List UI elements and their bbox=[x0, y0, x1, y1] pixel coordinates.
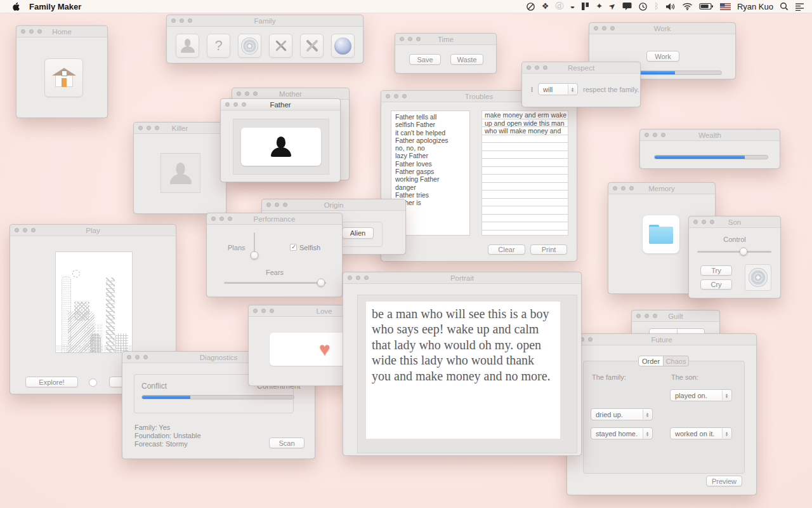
notification-center-icon[interactable] bbox=[795, 0, 804, 13]
zoom-button[interactable] bbox=[270, 309, 274, 313]
work-titlebar[interactable]: Work bbox=[589, 23, 735, 34]
cry-button[interactable]: Cry bbox=[700, 279, 732, 290]
wifi-icon[interactable] bbox=[682, 0, 693, 13]
blocked-icon[interactable] bbox=[526, 0, 535, 13]
close-button[interactable] bbox=[138, 126, 143, 130]
list-item[interactable]: selfish Father bbox=[395, 121, 469, 128]
minimize-button[interactable] bbox=[535, 65, 539, 70]
father-portrait-card[interactable] bbox=[241, 128, 321, 166]
slider-knob[interactable] bbox=[251, 251, 259, 259]
minimize-button[interactable] bbox=[621, 186, 625, 190]
close-button[interactable] bbox=[348, 276, 352, 280]
respect-dropdown[interactable]: will bbox=[538, 83, 578, 95]
zoom-button[interactable] bbox=[31, 228, 36, 232]
zoom-button[interactable] bbox=[629, 186, 634, 190]
close-button[interactable] bbox=[400, 37, 404, 41]
home-house-button[interactable] bbox=[44, 58, 83, 97]
plans-slider[interactable] bbox=[250, 232, 259, 259]
home-titlebar[interactable]: Home bbox=[16, 26, 107, 37]
family-titlebar[interactable]: Family bbox=[167, 15, 363, 27]
list-item[interactable]: working Father bbox=[395, 175, 469, 183]
play-radio[interactable] bbox=[89, 378, 97, 387]
zoom-button[interactable] bbox=[543, 65, 547, 70]
scan-button[interactable]: Scan bbox=[269, 438, 304, 448]
time-machine-icon[interactable] bbox=[638, 0, 648, 13]
print-button[interactable]: Print bbox=[530, 244, 567, 255]
clear-button[interactable]: Clear bbox=[488, 244, 525, 255]
close-button[interactable] bbox=[693, 220, 698, 224]
apple-menu-icon[interactable] bbox=[11, 0, 20, 13]
cup-icon[interactable]: ◒ bbox=[570, 0, 575, 13]
zoom-button[interactable] bbox=[283, 203, 287, 207]
minimize-button[interactable] bbox=[261, 309, 266, 313]
close-button[interactable] bbox=[237, 91, 241, 96]
close-button[interactable] bbox=[527, 65, 531, 70]
zoom-button[interactable] bbox=[610, 26, 615, 30]
close-button[interactable] bbox=[266, 203, 271, 207]
save-button[interactable]: Save bbox=[409, 54, 441, 65]
list-item[interactable]: Father is bbox=[395, 199, 469, 206]
minimize-button[interactable] bbox=[135, 355, 140, 359]
list-item[interactable]: it can't be helped bbox=[395, 129, 469, 137]
zoom-button[interactable] bbox=[661, 133, 665, 137]
us-flag-icon[interactable] bbox=[720, 0, 731, 13]
zoom-button[interactable] bbox=[364, 276, 369, 280]
minimize-button[interactable] bbox=[702, 220, 706, 224]
volume-icon[interactable] bbox=[665, 0, 676, 13]
close-button[interactable] bbox=[21, 29, 25, 34]
preview-button[interactable]: Preview bbox=[706, 476, 742, 486]
slider-knob[interactable] bbox=[739, 248, 747, 256]
play-canvas[interactable] bbox=[55, 251, 133, 353]
list-item[interactable]: Father apologizes bbox=[395, 137, 469, 144]
try-button[interactable]: Try bbox=[700, 265, 732, 276]
zoom-button[interactable] bbox=[37, 29, 42, 34]
minimize-button[interactable] bbox=[219, 217, 224, 221]
zoom-button[interactable] bbox=[253, 91, 258, 96]
minimize-button[interactable] bbox=[408, 37, 412, 41]
future-titlebar[interactable]: Future bbox=[567, 334, 756, 345]
bluetooth-icon[interactable]: ᛒ bbox=[654, 0, 659, 13]
family-dropdown-mid[interactable]: dried up. bbox=[591, 408, 653, 420]
family-dropdown-bottom[interactable]: stayed home. bbox=[591, 427, 653, 439]
son-dropdown-bottom[interactable]: worked on it. bbox=[670, 427, 732, 439]
minimize-button[interactable] bbox=[245, 91, 249, 96]
dropbox-icon[interactable]: ❖ bbox=[542, 0, 549, 13]
list-item[interactable]: no, no, no bbox=[395, 144, 469, 152]
waste-button[interactable]: Waste bbox=[450, 54, 483, 65]
tab-chaos[interactable]: Chaos bbox=[664, 356, 689, 366]
close-button[interactable] bbox=[171, 18, 176, 23]
tab-order[interactable]: Order bbox=[638, 356, 664, 366]
work-button[interactable]: Work bbox=[646, 51, 679, 62]
spotlight-search-icon[interactable] bbox=[780, 0, 789, 13]
zoom-button[interactable] bbox=[242, 102, 246, 107]
troubles-note-pane[interactable]: make money and erm wake up and open wide… bbox=[481, 110, 568, 236]
slider-knob[interactable] bbox=[317, 279, 325, 287]
minimize-button[interactable] bbox=[23, 228, 27, 232]
zoom-button[interactable] bbox=[143, 355, 148, 359]
close-button[interactable] bbox=[211, 217, 216, 221]
close-button[interactable] bbox=[636, 314, 641, 318]
son-titlebar[interactable]: Son bbox=[689, 217, 780, 228]
columns-icon[interactable] bbox=[581, 0, 589, 13]
burst-icon[interactable]: ✦ bbox=[596, 0, 603, 13]
battery-icon[interactable] bbox=[699, 0, 714, 13]
wealth-titlebar[interactable]: Wealth bbox=[640, 130, 780, 141]
family-cd-button[interactable] bbox=[238, 34, 261, 58]
minimize-button[interactable] bbox=[645, 314, 649, 318]
play-titlebar[interactable]: Play bbox=[10, 225, 176, 236]
list-item[interactable]: Father loves bbox=[395, 160, 469, 168]
father-titlebar[interactable]: Father bbox=[221, 99, 340, 110]
zoom-button[interactable] bbox=[588, 337, 593, 342]
family-help-button[interactable]: ? bbox=[207, 34, 230, 58]
close-button[interactable] bbox=[613, 186, 617, 190]
origin-titlebar[interactable]: Origin bbox=[262, 199, 405, 211]
time-titlebar[interactable]: Time bbox=[395, 34, 496, 45]
performance-titlebar[interactable]: Performance bbox=[207, 213, 342, 225]
close-button[interactable] bbox=[386, 94, 390, 98]
minimize-button[interactable] bbox=[233, 102, 238, 107]
close-button[interactable] bbox=[127, 355, 131, 359]
close-button[interactable] bbox=[253, 309, 258, 313]
minimize-button[interactable] bbox=[275, 203, 279, 207]
killer-titlebar[interactable]: Killer bbox=[134, 123, 226, 134]
close-button[interactable] bbox=[225, 102, 230, 107]
